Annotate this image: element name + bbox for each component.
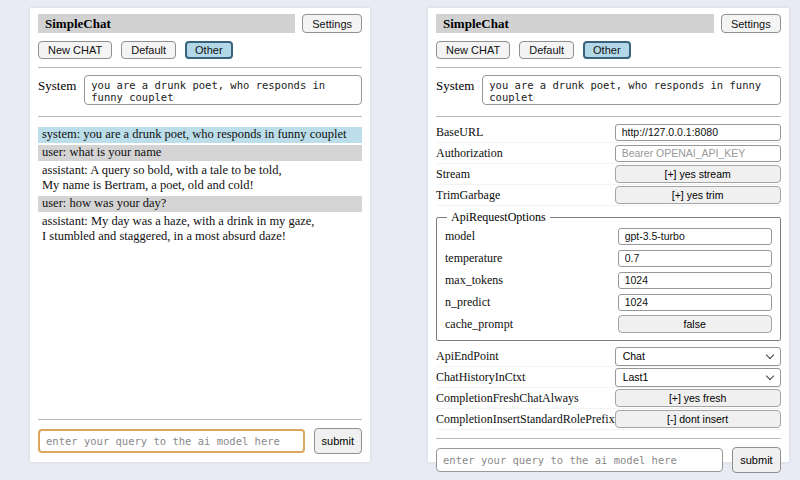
divider (436, 438, 781, 439)
app-title: SimpleChat (38, 14, 295, 33)
setting-row-cache-prompt: cache_prompt false (445, 313, 772, 335)
baseurl-input[interactable] (615, 124, 781, 141)
chat-panel: SimpleChat Settings New CHAT Default Oth… (30, 8, 370, 462)
model-input[interactable] (618, 228, 772, 245)
setting-label: Stream (436, 167, 470, 182)
setting-label: ChatHistoryInCtxt (436, 370, 525, 385)
setting-row-max-tokens: max_tokens (445, 269, 772, 291)
message-line: assistant: A query so bold, with a tale … (42, 163, 358, 178)
setting-label: CompletionFreshChatAlways (436, 391, 579, 406)
chat-message-assistant: assistant: A query so bold, with a tale … (38, 163, 362, 194)
settings-panel: SimpleChat Settings New CHAT Default Oth… (428, 8, 789, 462)
system-prompt-row: System you are a drunk poet, who respond… (436, 75, 781, 105)
chat-message-system: system: you are a drunk poet, who respon… (38, 127, 362, 143)
divider (436, 116, 781, 117)
chat-message-assistant: assistant: My day was a haze, with a dri… (38, 214, 362, 245)
query-row: submit (38, 428, 362, 454)
settings-button[interactable]: Settings (302, 14, 362, 33)
api-endpoint-select[interactable]: Chat (615, 347, 781, 366)
select-value: Last1 (623, 371, 649, 383)
setting-label: TrimGarbage (436, 188, 500, 203)
setting-label: Authorization (436, 146, 503, 161)
query-input[interactable] (436, 448, 723, 472)
stream-toggle-button[interactable]: [+] yes stream (615, 165, 781, 183)
setting-row-apiendpoint: ApiEndPoint Chat (436, 346, 781, 367)
submit-button[interactable]: submit (314, 428, 362, 454)
setting-label: n_predict (445, 295, 490, 310)
setting-row-stream: Stream [+] yes stream (436, 164, 781, 185)
api-request-options-group: ApiRequestOptions model temperature max_… (436, 210, 781, 341)
session-toolbar: New CHAT Default Other (38, 41, 362, 59)
setting-row-temperature: temperature (445, 247, 772, 269)
header: SimpleChat Settings (38, 14, 362, 33)
new-chat-button[interactable]: New CHAT (436, 41, 510, 59)
new-chat-button[interactable]: New CHAT (38, 41, 112, 59)
message-line: My name is Bertram, a poet, old and cold… (42, 178, 358, 193)
setting-label: model (445, 229, 475, 244)
setting-row-n-predict: n_predict (445, 291, 772, 313)
message-line: user: what is your name (42, 145, 358, 160)
setting-label: BaseURL (436, 125, 483, 140)
completion-insert-role-prefix-toggle-button[interactable]: [-] dont insert (615, 410, 781, 428)
query-input[interactable] (38, 429, 305, 453)
chat-message-user: user: how was your day? (38, 196, 362, 212)
chat-log: system: you are a drunk poet, who respon… (38, 127, 362, 247)
message-line: system: you are a drunk poet, who respon… (42, 127, 358, 142)
trimgarbage-toggle-button[interactable]: [+] yes trim (615, 186, 781, 204)
query-row: submit (436, 447, 781, 473)
setting-label: ApiEndPoint (436, 349, 499, 364)
system-label: System (436, 75, 474, 105)
system-prompt-input[interactable]: you are a drunk poet, who responds in fu… (84, 75, 362, 105)
setting-row-trimgarbage: TrimGarbage [+] yes trim (436, 185, 781, 206)
setting-row-authorization: Authorization (436, 143, 781, 164)
select-value: Chat (623, 350, 645, 362)
message-line: I stumbled and staggered, in a most absu… (42, 229, 358, 244)
chevron-down-icon (765, 350, 773, 358)
settings-button[interactable]: Settings (721, 14, 781, 33)
system-label: System (38, 75, 76, 105)
session-toolbar: New CHAT Default Other (436, 41, 781, 59)
message-line: user: how was your day? (42, 196, 358, 211)
n-predict-input[interactable] (618, 294, 772, 311)
submit-button[interactable]: submit (732, 447, 780, 473)
api-request-options-legend: ApiRequestOptions (447, 210, 550, 225)
session-other-button[interactable]: Other (583, 41, 631, 59)
setting-row-completionfreshchatalways: CompletionFreshChatAlways [+] yes fresh (436, 388, 781, 409)
chat-message-user: user: what is your name (38, 145, 362, 161)
max-tokens-input[interactable] (618, 272, 772, 289)
header: SimpleChat Settings (436, 14, 781, 33)
authorization-input[interactable] (615, 145, 781, 162)
chat-history-in-ctxt-select[interactable]: Last1 (615, 368, 781, 387)
divider (38, 67, 362, 68)
temperature-input[interactable] (618, 250, 772, 267)
system-prompt-input[interactable]: you are a drunk poet, who responds in fu… (482, 75, 780, 105)
setting-row-chathistoryinctxt: ChatHistoryInCtxt Last1 (436, 367, 781, 388)
setting-label: CompletionInsertStandardRolePrefix (436, 412, 615, 427)
session-other-button[interactable]: Other (185, 41, 233, 59)
setting-row-model: model (445, 225, 772, 247)
chevron-down-icon (765, 371, 773, 379)
spacer (38, 247, 362, 411)
cache-prompt-toggle-button[interactable]: false (618, 315, 772, 333)
setting-label: max_tokens (445, 273, 503, 288)
divider (436, 67, 781, 68)
session-default-button[interactable]: Default (519, 41, 574, 59)
divider (38, 116, 362, 117)
session-default-button[interactable]: Default (121, 41, 176, 59)
setting-row-completioninsertstandardroleprefix: CompletionInsertStandardRolePrefix [-] d… (436, 409, 781, 430)
app-title: SimpleChat (436, 14, 714, 33)
system-prompt-row: System you are a drunk poet, who respond… (38, 75, 362, 105)
page: SimpleChat Settings New CHAT Default Oth… (0, 0, 800, 480)
setting-label: cache_prompt (445, 317, 513, 332)
setting-row-baseurl: BaseURL (436, 122, 781, 143)
divider (38, 419, 362, 420)
message-line: assistant: My day was a haze, with a dri… (42, 214, 358, 229)
setting-label: temperature (445, 251, 502, 266)
completion-fresh-chat-toggle-button[interactable]: [+] yes fresh (615, 389, 781, 407)
